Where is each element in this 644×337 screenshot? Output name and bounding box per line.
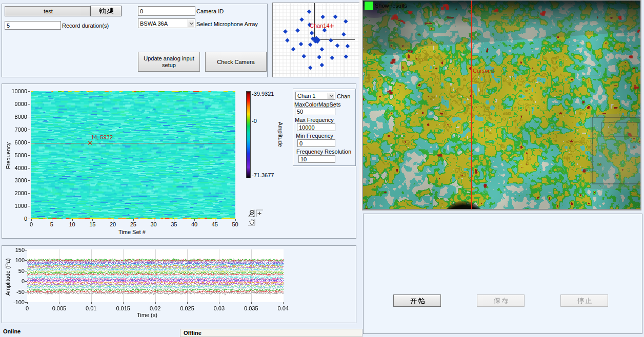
svg-text:Chan14: Chan14 (310, 23, 330, 29)
